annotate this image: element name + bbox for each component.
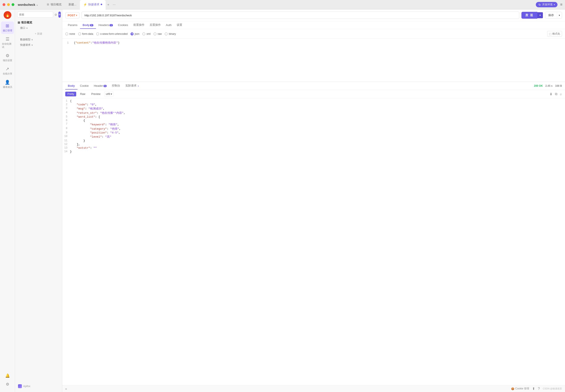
- interface-chevron: ∧: [26, 27, 28, 29]
- radio-json: [131, 32, 134, 35]
- autotest-icon: ☰: [6, 37, 9, 42]
- body-xml[interactable]: xml: [142, 32, 151, 35]
- bottom-settings-icon[interactable]: ⚙: [4, 381, 11, 388]
- request-tab-row: Params Body1 Headers1 Cookies 前置操作 后置操作 …: [62, 21, 565, 29]
- response-tab-header[interactable]: Header5: [91, 83, 109, 89]
- response-tab-cookie[interactable]: Cookie: [78, 83, 91, 89]
- nav-panel: ⊘ + ⊞ 项目概览 接口 ∧ + 新建 数据模型 ∨ 快捷请求 ∨ Apifo…: [15, 9, 62, 392]
- sidebar-item-invite-member[interactable]: 👤 邀请成员: [1, 78, 14, 90]
- sidebar-item-online-share[interactable]: ↗ 在线分享: [1, 65, 14, 77]
- method-chevron-icon: ▾: [76, 14, 77, 16]
- editor-line-1: 1 {"content":"他在传播艳情内容"}: [65, 41, 562, 45]
- response-tab-console[interactable]: 控制台: [109, 82, 123, 90]
- nav-new-button[interactable]: + 新建: [15, 31, 62, 37]
- icon-sidebar-bottom: 🔔 ⚙: [4, 372, 11, 390]
- sidebar-item-api-management[interactable]: ⊞ 接口管理: [1, 21, 14, 34]
- search-input[interactable]: [17, 12, 53, 18]
- help-icon[interactable]: ?: [538, 387, 540, 391]
- menu-icon[interactable]: ≡: [560, 2, 563, 7]
- format-button[interactable]: ⬚ 格式化: [547, 31, 562, 37]
- radio-raw: [153, 32, 156, 35]
- encoding-chevron-icon: ▾: [111, 93, 112, 96]
- filter-button[interactable]: ⊘: [55, 12, 57, 18]
- data-model-nav-item[interactable]: 数据模型 ∨: [15, 37, 62, 42]
- footer-right: 🍪 Cookie 管理 ⬆ ? CSDN @杨浦老苏: [511, 387, 562, 391]
- tab-post-action[interactable]: 后置操作: [147, 21, 163, 29]
- response-toolbar-icons: ⬇ ⧉ ⌕: [550, 92, 562, 96]
- body-binary[interactable]: binary: [165, 32, 176, 35]
- sidebar-item-project-settings[interactable]: ⚙ 项目设置: [1, 51, 14, 64]
- request-body-editor[interactable]: 1 {"content":"他在传播艳情内容"}: [62, 39, 565, 82]
- body-urlencoded[interactable]: x-www-form-urlencoded: [96, 32, 127, 35]
- url-input[interactable]: [82, 12, 519, 19]
- tab-auth[interactable]: Auth: [163, 22, 174, 29]
- sidebar-item-auto-test[interactable]: ☰ 自动化测试: [1, 35, 14, 50]
- save-main-button[interactable]: 保存: [545, 12, 557, 18]
- response-tab-actual-request[interactable]: 实际请求 ●: [123, 82, 141, 90]
- tab-active-dot: [101, 4, 102, 5]
- grid-nav-icon: ⊞: [18, 21, 20, 24]
- encoding-selector[interactable]: utf8 ▾: [104, 91, 113, 97]
- collapse-button[interactable]: «: [65, 387, 67, 391]
- tab-new[interactable]: 新建...: [65, 0, 80, 9]
- tab-body[interactable]: Body1: [80, 22, 96, 29]
- minimize-button[interactable]: [7, 3, 10, 6]
- lightning-icon: ⚡: [83, 3, 87, 6]
- download-icon[interactable]: ⬇: [550, 92, 552, 96]
- window-controls: [2, 3, 14, 6]
- response-status-info: 200 OK 2.45 s 168 B: [534, 84, 562, 87]
- tab-more-button[interactable]: ···: [111, 3, 117, 7]
- project-overview-link[interactable]: ⊞ 项目概览: [15, 20, 62, 25]
- tab-project-overview[interactable]: ⊞ 项目概览: [43, 0, 65, 9]
- body-json[interactable]: json: [131, 32, 139, 35]
- maximize-button[interactable]: [12, 3, 14, 6]
- app-logo: 🔥: [4, 11, 11, 19]
- save-dropdown-button[interactable]: ▾: [557, 13, 562, 18]
- json-line-4: 4 "return_str": "他在传播**内容",: [62, 111, 565, 115]
- settings-icon: ⚙: [6, 53, 9, 58]
- json-line-6: 6 {: [62, 119, 565, 122]
- export-icon[interactable]: ⬆: [532, 387, 535, 391]
- response-tab-row: Body Cookie Header5 控制台 实际请求 ● 200 OK 2.…: [62, 82, 565, 90]
- search-icon[interactable]: ⌕: [560, 92, 562, 96]
- tab-quick-request[interactable]: ⚡ 快捷请求: [80, 0, 106, 9]
- format-raw[interactable]: Raw: [78, 92, 87, 96]
- json-line-13: 13 "extstr": "": [62, 146, 565, 150]
- body-none[interactable]: none: [65, 32, 75, 35]
- json-line-11: 11 }: [62, 139, 565, 142]
- tab-params[interactable]: Params: [65, 22, 80, 29]
- close-button[interactable]: [2, 3, 5, 6]
- body-raw[interactable]: raw: [153, 32, 162, 35]
- app-title-chevron: ⌄: [36, 3, 38, 6]
- body-form-data[interactable]: form-data: [78, 32, 93, 35]
- grid-icon: ⊞: [47, 3, 49, 6]
- json-line-8: 8 "category": "色情",: [62, 127, 565, 131]
- method-selector[interactable]: POST ▾: [65, 12, 79, 18]
- tab-plus-button[interactable]: +: [106, 3, 111, 7]
- apifox-logo: Apifox: [15, 382, 62, 390]
- tab-pre-action[interactable]: 前置操作: [131, 21, 147, 29]
- copy-icon[interactable]: ⧉: [555, 92, 557, 96]
- notification-icon[interactable]: 🔔: [4, 372, 11, 379]
- response-tab-body[interactable]: Body: [65, 83, 78, 89]
- send-dropdown-button[interactable]: ▾: [537, 12, 543, 18]
- radio-urlencoded: [96, 32, 99, 35]
- data-model-chevron: ∨: [31, 38, 33, 41]
- tab-settings[interactable]: 设置: [174, 21, 185, 29]
- share-icon: ↗: [6, 66, 9, 71]
- format-preview[interactable]: Preview: [89, 92, 103, 96]
- tab-cookies[interactable]: Cookies: [115, 22, 131, 29]
- add-button[interactable]: +: [58, 12, 61, 18]
- radio-form-data: [78, 32, 81, 35]
- quick-request-nav-item[interactable]: 快捷请求 ∨: [15, 42, 62, 48]
- format-pretty[interactable]: Pretty: [65, 92, 76, 96]
- cookie-management[interactable]: 🍪 Cookie 管理: [511, 387, 529, 391]
- interface-nav-item[interactable]: 接口 ∧: [15, 25, 62, 31]
- apifox-logo-icon: [18, 384, 22, 388]
- main-layout: 🔥 ⊞ 接口管理 ☰ 自动化测试 ⚙ 项目设置 ↗ 在线分享 👤 邀请成员 🔔 …: [0, 9, 565, 392]
- env-selector[interactable]: ↻ 开发环境 ▾: [536, 2, 557, 7]
- send-main-button[interactable]: 发 送: [522, 12, 537, 19]
- request-bar: POST ▾ 发 送 ▾ 保存 ▾: [62, 9, 565, 21]
- json-line-14: 14 }: [62, 150, 565, 154]
- tab-headers[interactable]: Headers1: [96, 22, 115, 29]
